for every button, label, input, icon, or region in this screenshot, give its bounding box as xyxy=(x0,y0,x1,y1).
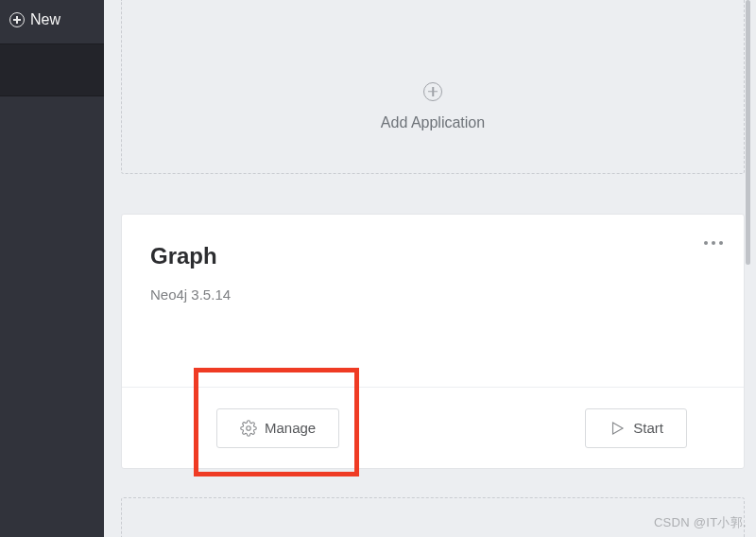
manage-button[interactable]: Manage xyxy=(216,408,339,448)
add-application-label: Add Application xyxy=(381,114,485,131)
graph-title: Graph xyxy=(150,243,715,269)
start-label: Start xyxy=(633,420,663,436)
graph-card-body: Graph Neo4j 3.5.14 xyxy=(122,215,744,387)
plus-icon xyxy=(423,82,442,101)
more-options-button[interactable] xyxy=(704,241,723,245)
gear-icon xyxy=(240,420,257,437)
add-application-card[interactable]: Add Application xyxy=(121,0,745,174)
graph-card-footer: Manage Start xyxy=(122,387,744,468)
new-label: New xyxy=(30,11,60,28)
plus-icon xyxy=(9,12,25,27)
main-content: Add Application Graph Neo4j 3.5.14 Manag… xyxy=(104,0,756,537)
dots-icon xyxy=(704,241,708,245)
svg-marker-1 xyxy=(613,423,624,434)
graph-card: Graph Neo4j 3.5.14 Manage Start xyxy=(121,214,745,469)
sidebar: New xyxy=(0,0,104,537)
new-button[interactable]: New xyxy=(0,0,104,43)
dots-icon xyxy=(712,241,715,245)
start-button[interactable]: Start xyxy=(585,408,687,448)
sidebar-item-active[interactable] xyxy=(0,43,104,96)
placeholder-card[interactable] xyxy=(121,497,745,537)
scrollbar[interactable] xyxy=(746,0,750,537)
graph-subtitle: Neo4j 3.5.14 xyxy=(150,286,715,303)
play-icon xyxy=(609,420,626,437)
manage-label: Manage xyxy=(265,420,316,436)
svg-point-0 xyxy=(247,425,251,430)
scrollbar-thumb[interactable] xyxy=(746,0,750,265)
dots-icon xyxy=(719,241,723,245)
